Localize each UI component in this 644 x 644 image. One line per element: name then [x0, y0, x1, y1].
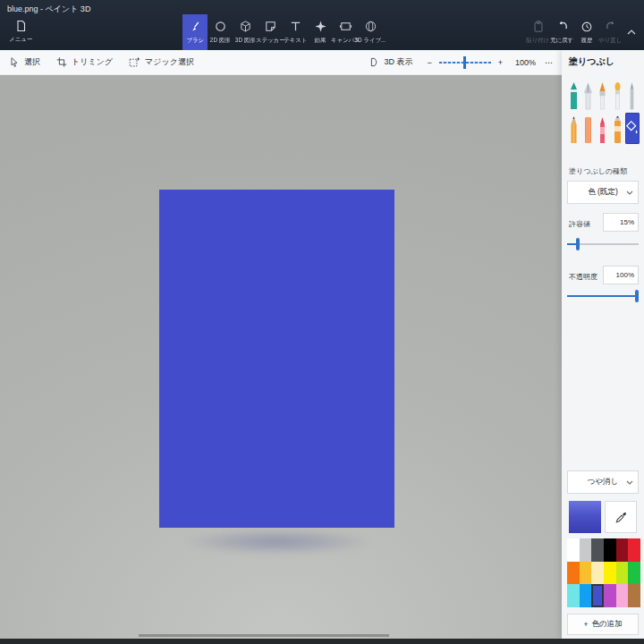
crop-button[interactable]: トリミング: [56, 56, 113, 68]
tool-pixel-pen[interactable]: [625, 79, 640, 110]
color-swatch[interactable]: [567, 584, 580, 607]
paste-button[interactable]: 貼り付け: [526, 14, 550, 50]
tab-stickers[interactable]: ステッカー: [258, 14, 283, 50]
zoom-in-button[interactable]: +: [498, 58, 503, 67]
tab-3d-library[interactable]: 3D ライブ...: [358, 14, 383, 50]
fill-panel: 塗りつぶし: [562, 50, 644, 639]
finish-value: つや消し: [588, 477, 619, 487]
tool-marker[interactable]: [566, 79, 580, 110]
color-swatch[interactable]: [616, 584, 629, 607]
action-label: 履歴: [580, 37, 592, 45]
tab-effects[interactable]: 効果: [308, 14, 333, 50]
zoom-slider-handle[interactable]: [463, 56, 466, 69]
fill-type-dropdown[interactable]: 色 (既定): [567, 181, 639, 204]
tool-crayon[interactable]: [596, 113, 610, 144]
color-swatch[interactable]: [628, 562, 640, 585]
tab-text[interactable]: テキスト: [283, 14, 308, 50]
opacity-label: 不透明度: [569, 272, 597, 282]
current-color-preview[interactable]: [569, 501, 601, 533]
history-button[interactable]: 履歴: [574, 14, 598, 50]
paste-icon: [532, 20, 545, 33]
add-color-button[interactable]: + 色の追加: [567, 614, 639, 635]
color-swatch[interactable]: [580, 562, 592, 585]
color-swatch[interactable]: [580, 538, 592, 562]
select-button[interactable]: 選択: [9, 56, 40, 68]
color-swatch[interactable]: [616, 538, 629, 562]
2d-shapes-icon: [214, 20, 227, 33]
color-swatch[interactable]: [604, 584, 616, 607]
paint3d-window: blue.png - ペイント 3D メニュー ブラシ 2D 図形: [0, 0, 644, 644]
calligraphy-pen-icon: [582, 81, 594, 110]
opacity-slider-fill: [567, 295, 639, 297]
menu-label: メニュー: [9, 36, 32, 44]
horizontal-scrollbar[interactable]: [139, 634, 389, 637]
oil-brush-icon: [597, 81, 608, 110]
canvas-icon: [339, 20, 352, 33]
tolerance-slider-handle[interactable]: [576, 238, 580, 250]
color-swatch-selected[interactable]: [591, 584, 604, 607]
tool-oil-brush[interactable]: [596, 79, 610, 110]
action-label: 貼り付け: [527, 37, 550, 45]
brush-tool-grid: [566, 79, 640, 144]
color-swatch[interactable]: [567, 562, 580, 585]
eyedropper-button[interactable]: [605, 501, 637, 533]
zoom-slider[interactable]: [439, 56, 491, 69]
drawing-canvas[interactable]: [159, 190, 394, 528]
tool-watercolor[interactable]: [610, 79, 624, 110]
tab-3d-shapes[interactable]: 3D 図形: [233, 14, 258, 50]
crop-icon: [56, 56, 67, 68]
magic-select-button[interactable]: マジック選択: [129, 56, 194, 68]
color-swatch[interactable]: [628, 584, 640, 607]
tolerance-value[interactable]: 15%: [603, 213, 639, 232]
collapse-ribbon-button[interactable]: [624, 25, 639, 39]
finish-dropdown[interactable]: つや消し: [567, 470, 639, 494]
select-label: 選択: [24, 56, 40, 68]
edit-toolbar: 選択 トリミング マジック選択 3D 表示 − + 100% ⋯: [0, 50, 562, 75]
redo-button[interactable]: やり直し: [598, 14, 623, 50]
3d-view-label: 3D 表示: [384, 56, 412, 68]
add-color-label: 色の追加: [591, 619, 622, 630]
tool-pencil[interactable]: [566, 113, 580, 144]
text-icon: [289, 20, 302, 33]
action-label: やり直し: [598, 37, 622, 45]
tab-label: テキスト: [284, 37, 307, 45]
watercolor-icon: [612, 81, 623, 110]
tool-eraser[interactable]: [580, 113, 595, 144]
spray-can-icon: [612, 115, 623, 144]
more-options-button[interactable]: ⋯: [545, 58, 553, 67]
tab-label: ステッカー: [256, 37, 285, 45]
ribbon: blue.png - ペイント 3D メニュー ブラシ 2D 図形: [0, 0, 644, 50]
tab-label: ブラシ: [186, 37, 204, 45]
chevron-up-icon: [627, 30, 636, 35]
marker-icon: [568, 81, 580, 110]
tool-calligraphy-pen[interactable]: [580, 79, 595, 110]
tool-fill-bucket[interactable]: [625, 113, 640, 144]
opacity-slider-handle[interactable]: [635, 290, 639, 302]
zoom-out-button[interactable]: −: [427, 58, 431, 67]
3d-library-icon: [364, 20, 377, 33]
color-swatch[interactable]: [604, 538, 616, 562]
tab-2d-shapes[interactable]: 2D 図形: [208, 14, 233, 50]
color-swatch[interactable]: [580, 584, 592, 607]
tab-label: 3D ライブ...: [355, 37, 386, 45]
color-swatch[interactable]: [628, 538, 640, 562]
action-label: 元に戻す: [551, 37, 574, 45]
color-swatch[interactable]: [567, 538, 580, 562]
opacity-value[interactable]: 100%: [603, 266, 639, 284]
color-swatch[interactable]: [591, 562, 604, 585]
menu-button[interactable]: メニュー: [0, 14, 41, 50]
zoom-level-value: 100%: [515, 58, 536, 67]
color-swatch[interactable]: [616, 562, 629, 585]
eyedropper-icon: [614, 511, 628, 524]
3d-view-toggle[interactable]: 3D 表示: [369, 56, 412, 68]
undo-button[interactable]: 元に戻す: [550, 14, 574, 50]
tolerance-label: 許容値: [569, 219, 590, 229]
tool-spray-can[interactable]: [610, 113, 624, 144]
ribbon-actions: 貼り付け 元に戻す 履歴 やり直し: [526, 14, 623, 50]
opacity-slider[interactable]: [567, 290, 639, 302]
color-swatch[interactable]: [591, 538, 604, 562]
tab-brush[interactable]: ブラシ: [182, 14, 208, 50]
tolerance-slider[interactable]: [567, 238, 639, 250]
tab-canvas[interactable]: キャンバス: [333, 14, 358, 50]
color-swatch[interactable]: [604, 562, 616, 585]
